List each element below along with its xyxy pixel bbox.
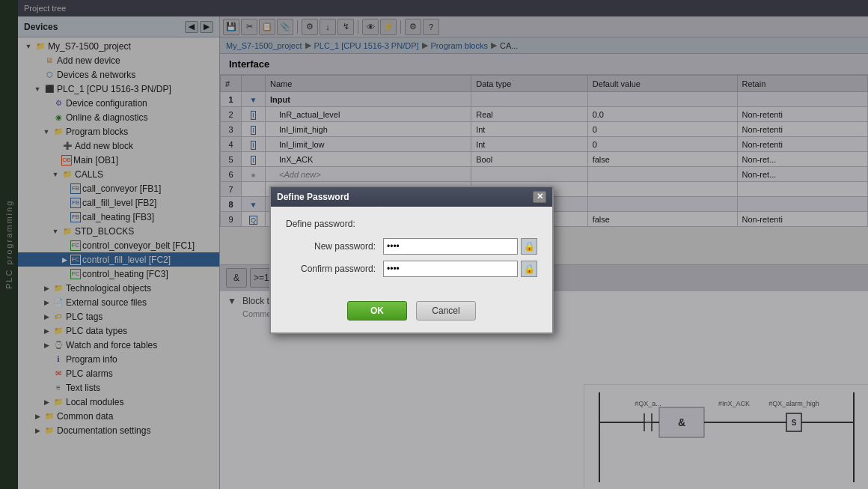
- new-password-input[interactable]: [383, 238, 518, 255]
- new-password-label: New password:: [286, 241, 383, 252]
- confirm-password-input[interactable]: [383, 261, 518, 277]
- confirm-password-lock-icon[interactable]: 🔒: [521, 261, 537, 277]
- modal-close-button[interactable]: ✕: [533, 191, 546, 203]
- close-icon: ✕: [537, 192, 543, 201]
- new-password-row: New password: 🔒: [286, 238, 537, 255]
- modal-overlay: Define Password ✕ Define password: New p…: [0, 0, 868, 489]
- new-password-input-wrap: 🔒: [383, 238, 537, 255]
- confirm-password-input-wrap: 🔒: [383, 261, 537, 277]
- modal-description: Define password:: [286, 219, 537, 229]
- modal-title-text: Define Password: [277, 192, 349, 202]
- modal-footer: OK Cancel: [271, 295, 552, 332]
- cancel-button[interactable]: Cancel: [416, 301, 476, 321]
- new-password-lock-icon[interactable]: 🔒: [521, 238, 537, 255]
- confirm-password-label: Confirm password:: [286, 264, 383, 274]
- define-password-dialog: Define Password ✕ Define password: New p…: [269, 186, 554, 334]
- ok-button[interactable]: OK: [347, 301, 407, 321]
- confirm-password-row: Confirm password: 🔒: [286, 261, 537, 277]
- modal-titlebar: Define Password ✕: [271, 187, 552, 207]
- modal-body: Define password: New password: 🔒 Confirm…: [271, 207, 552, 295]
